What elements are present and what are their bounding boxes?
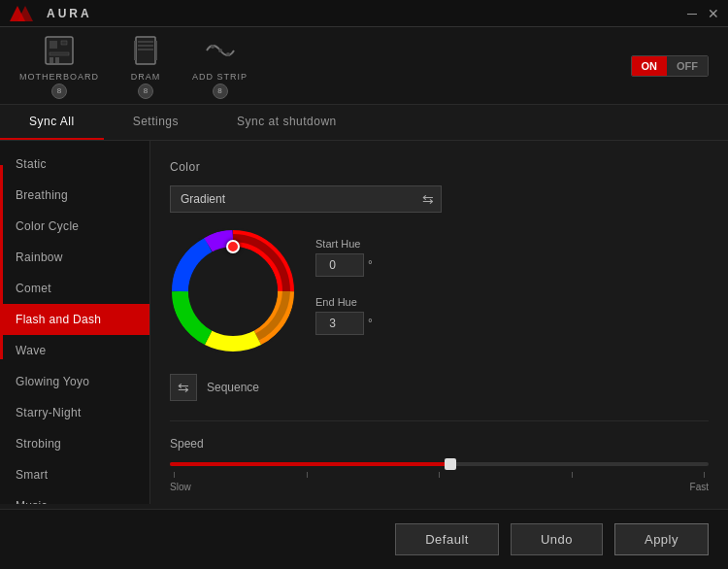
start-hue-group: Start Hue ° xyxy=(315,238,373,277)
sequence-label: Sequence xyxy=(207,381,259,394)
tab-settings[interactable]: Settings xyxy=(104,105,208,140)
device-bar: MOTHERBOARD 8 DRAM 8 ADD STRIP xyxy=(0,27,728,105)
svg-rect-6 xyxy=(50,57,53,63)
slider-thumb[interactable] xyxy=(445,458,456,470)
power-toggle[interactable]: ON OFF xyxy=(631,55,710,77)
slider-fill xyxy=(170,462,450,466)
tick-1 xyxy=(174,472,175,478)
motherboard-label: MOTHERBOARD xyxy=(19,72,99,82)
device-motherboard[interactable]: MOTHERBOARD 8 xyxy=(19,33,99,99)
motherboard-badge: 8 xyxy=(51,84,67,99)
gradient-dropdown-container: Gradient Static Custom ⇆ xyxy=(170,185,709,213)
sequence-icon[interactable]: ⇆ xyxy=(170,374,197,401)
svg-rect-7 xyxy=(55,57,59,63)
add-strip-icon xyxy=(203,33,238,68)
dram-badge: 8 xyxy=(138,84,153,99)
speed-section: Speed Slow Fast xyxy=(170,437,709,492)
sidebar-item-glowing-yoyo[interactable]: Glowing Yoyo xyxy=(0,366,149,397)
title-bar-left: AURA xyxy=(8,4,92,23)
tab-sync-at-shutdown[interactable]: Sync at shutdown xyxy=(208,105,366,140)
title-bar: AURA ─ ✕ xyxy=(0,0,728,27)
svg-point-16 xyxy=(226,52,230,56)
start-hue-label: Start Hue xyxy=(315,238,373,250)
end-hue-label: End Hue xyxy=(315,296,373,308)
window-controls: ─ ✕ xyxy=(685,7,720,20)
sidebar-item-starry-night[interactable]: Starry-Night xyxy=(0,397,149,428)
end-hue-input-row: ° xyxy=(315,312,373,335)
toggle-off-button[interactable]: OFF xyxy=(667,56,708,76)
minimize-button[interactable]: ─ xyxy=(685,7,699,20)
sidebar-item-color-cycle[interactable]: Color Cycle xyxy=(0,211,149,242)
device-dram[interactable]: DRAM 8 xyxy=(128,33,163,99)
sidebar-item-smart[interactable]: Smart xyxy=(0,459,149,490)
app-title: AURA xyxy=(47,7,92,20)
tick-4 xyxy=(572,472,573,478)
svg-point-15 xyxy=(218,49,222,52)
sidebar-item-flash-and-dash[interactable]: Flash and Dash xyxy=(0,304,149,335)
red-accent xyxy=(0,165,3,359)
speed-label: Speed xyxy=(170,437,709,451)
apply-button[interactable]: Apply xyxy=(614,523,709,555)
sidebar: Static Breathing Color Cycle Rainbow Com… xyxy=(0,141,150,504)
sidebar-item-strobing[interactable]: Strobing xyxy=(0,428,149,459)
svg-rect-11 xyxy=(138,49,153,50)
dram-icon xyxy=(128,33,163,68)
rog-logo-icon xyxy=(8,4,39,23)
gradient-dropdown[interactable]: Gradient Static Custom xyxy=(170,185,442,213)
end-hue-group: End Hue ° xyxy=(315,296,373,335)
main-tabs: Sync All Settings Sync at shutdown xyxy=(0,105,728,141)
sidebar-item-breathing[interactable]: Breathing xyxy=(0,180,149,211)
slow-label: Slow xyxy=(170,482,191,492)
dram-label: DRAM xyxy=(131,72,161,82)
divider xyxy=(170,420,709,421)
add-strip-label: ADD STRIP xyxy=(192,72,248,82)
tab-sync-all[interactable]: Sync All xyxy=(0,105,104,140)
sidebar-item-wave[interactable]: Wave xyxy=(0,335,149,366)
svg-point-19 xyxy=(188,247,278,336)
fast-label: Fast xyxy=(690,482,709,492)
main-content: Static Breathing Color Cycle Rainbow Com… xyxy=(0,141,728,504)
sidebar-item-comet[interactable]: Comet xyxy=(0,273,149,304)
bottom-bar: Default Undo Apply xyxy=(0,509,728,569)
add-strip-badge: 8 xyxy=(213,84,228,99)
tick-5 xyxy=(704,472,705,478)
hue-inputs: Start Hue ° End Hue ° xyxy=(315,228,373,335)
svg-rect-5 xyxy=(50,52,69,55)
start-hue-input[interactable] xyxy=(315,253,364,277)
slider-ticks xyxy=(170,472,709,478)
sidebar-item-rainbow[interactable]: Rainbow xyxy=(0,242,149,273)
svg-rect-13 xyxy=(155,41,157,60)
speed-slider-container xyxy=(170,462,709,466)
svg-rect-3 xyxy=(50,41,57,49)
slider-labels: Slow Fast xyxy=(170,482,709,492)
svg-point-14 xyxy=(211,45,215,49)
motherboard-icon xyxy=(42,33,77,68)
color-wheel-container[interactable] xyxy=(170,228,296,354)
slider-track xyxy=(170,462,709,466)
tick-2 xyxy=(307,472,308,478)
undo-button[interactable]: Undo xyxy=(511,523,603,555)
content-area: Color Gradient Static Custom ⇆ xyxy=(150,141,728,504)
svg-rect-4 xyxy=(61,41,67,45)
sidebar-item-static[interactable]: Static xyxy=(0,149,149,180)
svg-rect-10 xyxy=(138,45,153,47)
device-add-strip[interactable]: ADD STRIP 8 xyxy=(192,33,248,99)
start-hue-input-row: ° xyxy=(315,253,373,277)
gradient-dropdown-wrapper: Gradient Static Custom ⇆ xyxy=(170,185,442,213)
svg-rect-9 xyxy=(138,41,153,43)
start-hue-unit: ° xyxy=(368,258,373,272)
close-button[interactable]: ✕ xyxy=(707,7,720,20)
color-wheel-handle[interactable] xyxy=(226,240,240,253)
sidebar-item-music[interactable]: Music xyxy=(0,490,149,504)
default-button[interactable]: Default xyxy=(395,523,499,555)
sequence-container: ⇆ Sequence xyxy=(170,374,709,401)
end-hue-input[interactable] xyxy=(315,312,364,335)
tick-3 xyxy=(439,472,440,478)
toggle-on-button[interactable]: ON xyxy=(632,56,668,76)
svg-rect-12 xyxy=(134,41,136,60)
color-section-label: Color xyxy=(170,160,709,174)
color-controls: Start Hue ° End Hue ° xyxy=(170,228,709,354)
end-hue-unit: ° xyxy=(368,317,373,330)
